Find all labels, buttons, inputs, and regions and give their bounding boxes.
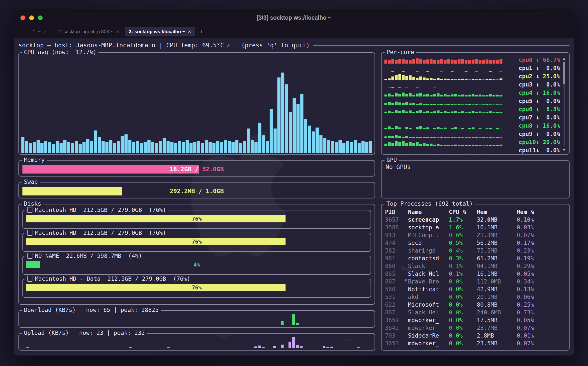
- upload-history-chart: [22, 337, 372, 348]
- process-row[interactable]: 860Slack0.1%94.1MB0.29%: [385, 262, 566, 270]
- swap-panel: Swap 292.2MB / 1.0GB: [18, 182, 375, 198]
- disk-title: Macintosh HD - Data 212.5GB / 279.0GB (7…: [35, 275, 190, 282]
- close-tab-icon[interactable]: ×: [116, 29, 119, 34]
- process-row[interactable]: 887Brave Bro0.0%112.0MB0.34%: [385, 277, 566, 285]
- core-row: cpu10↓ 20.0%: [384, 138, 560, 146]
- core-history-chart: [384, 115, 503, 121]
- column-header-cpu[interactable]: CPU %: [449, 209, 477, 215]
- column-header-name[interactable]: Name: [408, 209, 449, 215]
- disk-percent-label: 4%: [26, 261, 368, 268]
- column-header-mem[interactable]: Mem: [477, 209, 517, 215]
- tab-bar: 1: ~ × 2: socktop_agent -p 303 ~ × 3: so…: [14, 25, 574, 38]
- disk-icon: [27, 207, 32, 213]
- core-label: cpu9 ↓ 0.0%: [503, 130, 560, 138]
- memory-used-label: 16.2GB /: [170, 166, 202, 173]
- core-row: cpu5 ↓ 0.0%: [384, 97, 560, 105]
- scroll-up-icon[interactable]: ▲: [563, 56, 565, 61]
- core-label: cpu3 ↓ 0.0%: [503, 81, 560, 89]
- tab-2[interactable]: 2: socktop_agent -p 303 ~ ×: [54, 27, 123, 36]
- process-row[interactable]: 3659mdworker_0.0%17.5MB0.05%: [385, 316, 566, 324]
- disk-panel: NO NAME 22.6MB / 598.7MB (4%)4%: [22, 256, 371, 275]
- close-tab-icon[interactable]: ×: [44, 29, 46, 34]
- disk-usage-bar: 76%: [26, 284, 368, 291]
- tab-label: 1: ~: [33, 29, 41, 34]
- process-row[interactable]: 582sharingd0.4%75.5MB0.23%: [385, 247, 566, 254]
- process-row[interactable]: 3657screencap1.7%32.0MB0.10%: [385, 216, 566, 223]
- core-label: cpu10↓ 20.0%: [503, 138, 560, 146]
- process-row[interactable]: 3653mdworker_0.0%23.5MB0.07%: [385, 339, 566, 347]
- disk-panel: Macintosh HD 212.5GB / 279.0GB (76%)76%: [22, 233, 371, 252]
- quit-hint: (press 'q' to quit): [230, 42, 310, 49]
- disk-panel: Macintosh HD 212.5GB / 279.0GB (76%)76%: [22, 210, 371, 229]
- panel-title: Upload (KB/s) — now: 23 | peak: 232: [22, 330, 147, 336]
- cpu-history-chart: [21, 55, 373, 153]
- core-history-chart: [384, 139, 503, 146]
- disk-list: Macintosh HD 212.5GB / 279.0GB (76%)76%M…: [22, 210, 371, 302]
- process-row[interactable]: 913MTLCompil0.6%21.3MB0.07%: [385, 231, 566, 239]
- process-row[interactable]: 865Slack Hel0.1%16.1MB0.05%: [385, 270, 566, 277]
- process-row[interactable]: 703SidecarRe0.0%2.8MB0.01%: [385, 332, 566, 339]
- column-header-pid[interactable]: PID: [385, 209, 408, 215]
- scrollbar-thumb[interactable]: [563, 62, 565, 84]
- disk-percent-label: 76%: [26, 238, 368, 245]
- core-row: cpu3 ↓ 0.0%: [384, 81, 560, 89]
- core-row: cpu4 ↓ 16.0%: [384, 89, 560, 97]
- core-label: cpu1 ↓ 0.0%: [503, 64, 560, 72]
- scrollbar-track[interactable]: [564, 62, 565, 146]
- status-line: socktop — host: Jasons-MBP.localdomain |…: [18, 41, 570, 49]
- disk-usage-bar: 76%: [26, 215, 368, 222]
- column-header-memp[interactable]: Mem %: [517, 209, 566, 215]
- tab-3-active[interactable]: 3: socktop ws://localho ~ ×: [125, 27, 195, 36]
- core-rows: cpu0 ↓ 66.7%cpu1 ↓ 0.0%cpu2 ↓ 25.0%cpu3 …: [384, 56, 561, 152]
- core-history-chart: [384, 123, 503, 129]
- core-history-chart: [384, 106, 503, 113]
- tab-divider: [52, 29, 52, 34]
- core-label: cpu0 ↓ 66.7%: [503, 56, 560, 64]
- close-tab-icon[interactable]: ×: [188, 29, 191, 34]
- new-tab-button[interactable]: +: [199, 28, 203, 35]
- process-row[interactable]: 981contactsd0.3%61.2MB0.19%: [385, 254, 566, 262]
- memory-bar: 16.2GB / 32.0GB: [22, 165, 371, 174]
- minimize-window-button[interactable]: [29, 15, 34, 20]
- traffic-lights: [20, 15, 43, 20]
- disk-percent-label: 76%: [26, 284, 368, 291]
- disk-title: NO NAME 22.6MB / 598.7MB (4%): [35, 253, 142, 259]
- panel-title: Per-core: [385, 49, 416, 55]
- percore-scrollbar[interactable]: ▲ ▼: [561, 56, 567, 152]
- download-history-chart: [22, 314, 372, 325]
- process-row[interactable]: 867Slack Hel0.0%240.6MB0.73%: [385, 308, 566, 316]
- core-row: cpu9 ↓ 0.0%: [384, 130, 560, 138]
- core-history-chart: [384, 98, 503, 105]
- core-history-chart: [384, 131, 503, 138]
- memory-panel: Memory 16.2GB / 32.0GB: [18, 160, 375, 177]
- core-label: cpu7 ↓ 0.0%: [503, 113, 560, 122]
- tab-label: 3: socktop ws://localho ~: [129, 29, 185, 34]
- core-history-chart: [384, 74, 503, 80]
- process-row[interactable]: 622Microsoft0.0%80.8MB0.25%: [385, 301, 566, 308]
- process-row[interactable]: 531akd0.0%20.1MB0.06%: [385, 293, 566, 301]
- status-rule: [313, 45, 570, 46]
- process-row[interactable]: 3642mdworker_0.0%23.7MB0.07%: [385, 324, 566, 332]
- per-core-panel: Per-core cpu0 ↓ 66.7%cpu1 ↓ 0.0%cpu2 ↓ 2…: [381, 52, 570, 155]
- core-row: cpu0 ↓ 66.7%: [384, 56, 560, 64]
- status-text: socktop — host: Jasons-MBP.localdomain |…: [18, 42, 224, 49]
- core-row: cpu1 ↓ 0.0%: [384, 64, 560, 72]
- core-label: cpu8 ↓ 16.0%: [503, 122, 560, 130]
- process-row[interactable]: 560Notificat0.0%42.9MB0.13%: [385, 285, 566, 293]
- window-title: [3/3] socktop ws://localho ~: [14, 14, 574, 21]
- scroll-down-icon[interactable]: ▼: [563, 147, 565, 152]
- core-label: cpu2 ↓ 25.0%: [503, 72, 560, 81]
- disk-title: Macintosh HD 212.5GB / 279.0GB (76%): [35, 230, 166, 236]
- tab-1[interactable]: 1: ~ ×: [28, 27, 51, 36]
- cpu-avg-panel: CPU avg (now: 12.7%): [18, 52, 375, 155]
- zoom-window-button[interactable]: [38, 15, 43, 20]
- titlebar[interactable]: [3/3] socktop ws://localho ~: [14, 10, 574, 25]
- gpu-panel: GPU No GPUs: [381, 160, 570, 198]
- close-window-button[interactable]: [20, 15, 25, 20]
- panel-title: Swap: [22, 179, 40, 185]
- disk-panel: Macintosh HD - Data 212.5GB / 279.0GB (7…: [22, 279, 371, 298]
- process-row[interactable]: 3588socktop_a1.6%10.1MB0.03%: [385, 223, 566, 231]
- process-row[interactable]: 474secd0.5%56.2MB0.17%: [385, 239, 566, 247]
- core-row: cpu7 ↓ 0.0%: [384, 113, 560, 122]
- memory-usage-label: 16.2GB / 32.0GB: [22, 165, 371, 174]
